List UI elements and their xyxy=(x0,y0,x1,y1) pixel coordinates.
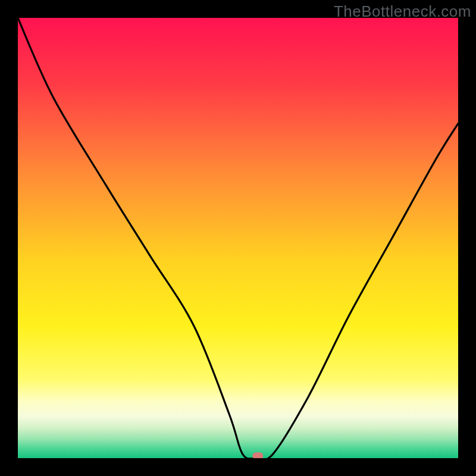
watermark-text: TheBottleneck.com xyxy=(334,2,471,21)
chart-frame: TheBottleneck.com xyxy=(0,0,476,476)
chart-svg xyxy=(18,18,458,458)
plot-area xyxy=(18,18,458,458)
minimum-marker xyxy=(252,452,263,458)
